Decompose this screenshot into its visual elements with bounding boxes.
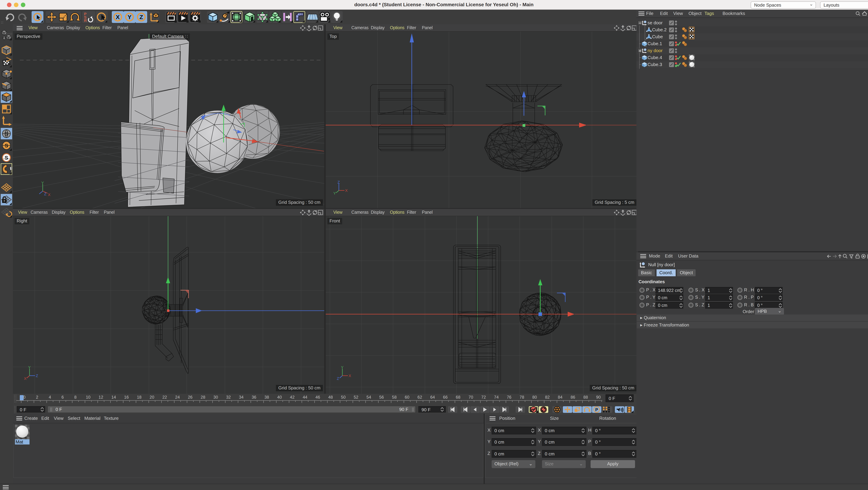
svg-text:68: 68 <box>456 395 460 400</box>
svg-text:Y: Y <box>128 14 132 20</box>
svg-text:R: R <box>84 19 87 23</box>
svg-text:0: 0 <box>23 395 26 400</box>
svg-text:42: 42 <box>290 395 294 400</box>
svg-text:Z: Z <box>140 14 143 20</box>
svg-text:X: X <box>48 193 51 197</box>
svg-text:46: 46 <box>315 395 320 400</box>
svg-text:60: 60 <box>405 395 409 400</box>
svg-text:8: 8 <box>74 395 76 400</box>
svg-text:56: 56 <box>379 395 384 400</box>
svg-text:S: S <box>5 155 8 161</box>
svg-text:84: 84 <box>558 395 562 400</box>
svg-text:X: X <box>349 374 351 378</box>
svg-text:16: 16 <box>124 395 129 400</box>
svg-text:Y: Y <box>41 181 44 185</box>
svg-text:S: S <box>5 143 8 148</box>
svg-text:34: 34 <box>239 395 244 400</box>
svg-text:10: 10 <box>86 395 90 400</box>
svg-text:58: 58 <box>392 395 397 400</box>
svg-text:86: 86 <box>570 395 575 400</box>
svg-text:X: X <box>345 189 348 193</box>
svg-text:78: 78 <box>520 395 524 400</box>
svg-text:66: 66 <box>443 395 448 400</box>
svg-text:26: 26 <box>188 395 192 400</box>
svg-text:90: 90 <box>596 395 601 400</box>
svg-text:38: 38 <box>265 395 269 400</box>
svg-text:76: 76 <box>507 395 512 400</box>
svg-text:70: 70 <box>469 395 473 400</box>
svg-text:22: 22 <box>162 395 167 400</box>
svg-text:54: 54 <box>367 395 371 400</box>
svg-text:40: 40 <box>277 395 282 400</box>
svg-text:X: X <box>116 14 120 20</box>
svg-text:48: 48 <box>328 395 333 400</box>
svg-text:18: 18 <box>137 395 142 400</box>
svg-text:Z: Z <box>36 374 38 378</box>
svg-text:14: 14 <box>111 395 116 400</box>
svg-text:Z: Z <box>338 180 340 184</box>
svg-text:Z: Z <box>44 192 46 196</box>
svg-text:52: 52 <box>353 395 358 400</box>
svg-text:4: 4 <box>49 395 51 400</box>
svg-text:Z: Z <box>337 376 339 381</box>
svg-text:44: 44 <box>303 395 307 400</box>
svg-text:Y: Y <box>333 191 336 196</box>
svg-text:88: 88 <box>583 395 588 400</box>
svg-text:74: 74 <box>494 395 499 400</box>
svg-text:6: 6 <box>61 395 64 400</box>
svg-text:12: 12 <box>99 395 103 400</box>
svg-text:28: 28 <box>201 395 205 400</box>
svg-text:50: 50 <box>341 395 346 400</box>
svg-text:36: 36 <box>252 395 256 400</box>
svg-text:S: S <box>5 131 8 137</box>
svg-text:32: 32 <box>226 395 231 400</box>
svg-text:X: X <box>24 376 27 381</box>
svg-text:2: 2 <box>36 395 38 400</box>
svg-text:P: P <box>595 407 598 412</box>
svg-text:30: 30 <box>213 395 218 400</box>
svg-text:20: 20 <box>150 395 154 400</box>
svg-text:80: 80 <box>532 395 537 400</box>
svg-text:64: 64 <box>430 395 435 400</box>
svg-text:Y: Y <box>28 365 31 370</box>
svg-text:24: 24 <box>175 395 180 400</box>
svg-text:62: 62 <box>417 395 422 400</box>
svg-text:82: 82 <box>545 395 550 400</box>
svg-text:Y: Y <box>341 365 344 370</box>
svg-text:72: 72 <box>481 395 486 400</box>
